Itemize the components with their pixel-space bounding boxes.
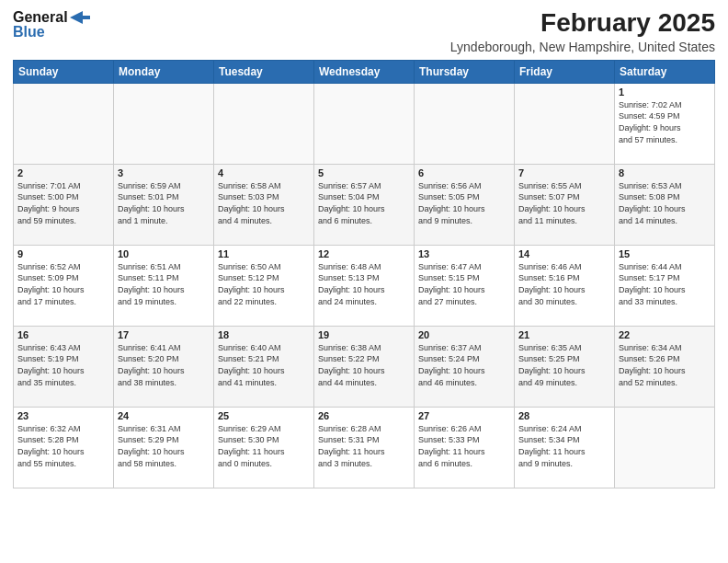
day-number: 9 <box>17 248 109 259</box>
calendar-cell-w0-d0 <box>14 83 114 164</box>
page: General Blue February 2025 Lyndeborough,… <box>0 0 728 563</box>
day-number: 6 <box>418 167 510 178</box>
day-info: Sunrise: 7:01 AM Sunset: 5:00 PM Dayligh… <box>17 180 109 226</box>
calendar-cell-w3-d3: 19Sunrise: 6:38 AM Sunset: 5:22 PM Dayli… <box>314 326 415 407</box>
col-sunday: Sunday <box>14 60 114 83</box>
day-info: Sunrise: 6:43 AM Sunset: 5:19 PM Dayligh… <box>17 342 109 388</box>
col-monday: Monday <box>114 60 214 83</box>
month-title: February 2025 <box>450 9 715 38</box>
day-info: Sunrise: 6:29 AM Sunset: 5:30 PM Dayligh… <box>218 423 310 469</box>
day-number: 15 <box>619 248 711 259</box>
calendar-cell-w4-d4: 27Sunrise: 6:26 AM Sunset: 5:33 PM Dayli… <box>415 407 515 488</box>
calendar-cell-w1-d6: 8Sunrise: 6:53 AM Sunset: 5:08 PM Daylig… <box>615 164 715 245</box>
day-number: 10 <box>118 248 210 259</box>
calendar-cell-w3-d1: 17Sunrise: 6:41 AM Sunset: 5:20 PM Dayli… <box>114 326 214 407</box>
calendar-cell-w3-d5: 21Sunrise: 6:35 AM Sunset: 5:25 PM Dayli… <box>515 326 615 407</box>
title-block: February 2025 Lyndeborough, New Hampshir… <box>450 9 715 54</box>
day-info: Sunrise: 6:48 AM Sunset: 5:13 PM Dayligh… <box>318 261 410 307</box>
calendar-cell-w2-d5: 14Sunrise: 6:46 AM Sunset: 5:16 PM Dayli… <box>515 245 615 326</box>
day-info: Sunrise: 6:46 AM Sunset: 5:16 PM Dayligh… <box>518 261 610 307</box>
calendar-cell-w3-d6: 22Sunrise: 6:34 AM Sunset: 5:26 PM Dayli… <box>615 326 715 407</box>
week-row-3: 16Sunrise: 6:43 AM Sunset: 5:19 PM Dayli… <box>14 326 715 407</box>
day-info: Sunrise: 6:55 AM Sunset: 5:07 PM Dayligh… <box>518 180 610 226</box>
day-info: Sunrise: 6:51 AM Sunset: 5:11 PM Dayligh… <box>118 261 210 307</box>
day-info: Sunrise: 6:37 AM Sunset: 5:24 PM Dayligh… <box>418 342 510 388</box>
day-number: 4 <box>218 167 310 178</box>
calendar-cell-w1-d3: 5Sunrise: 6:57 AM Sunset: 5:04 PM Daylig… <box>314 164 415 245</box>
day-info: Sunrise: 6:47 AM Sunset: 5:15 PM Dayligh… <box>418 261 510 307</box>
day-number: 11 <box>218 248 310 259</box>
day-number: 27 <box>418 410 510 421</box>
day-info: Sunrise: 6:24 AM Sunset: 5:34 PM Dayligh… <box>518 423 610 469</box>
calendar-cell-w2-d2: 11Sunrise: 6:50 AM Sunset: 5:12 PM Dayli… <box>214 245 314 326</box>
day-number: 3 <box>118 167 210 178</box>
day-info: Sunrise: 6:41 AM Sunset: 5:20 PM Dayligh… <box>118 342 210 388</box>
day-number: 1 <box>619 86 711 98</box>
calendar-cell-w4-d1: 24Sunrise: 6:31 AM Sunset: 5:29 PM Dayli… <box>114 407 214 488</box>
day-info: Sunrise: 6:50 AM Sunset: 5:12 PM Dayligh… <box>218 261 310 307</box>
calendar-cell-w1-d5: 7Sunrise: 6:55 AM Sunset: 5:07 PM Daylig… <box>515 164 615 245</box>
day-number: 17 <box>118 329 210 340</box>
day-info: Sunrise: 6:35 AM Sunset: 5:25 PM Dayligh… <box>518 342 610 388</box>
day-number: 21 <box>518 329 610 340</box>
day-info: Sunrise: 6:34 AM Sunset: 5:26 PM Dayligh… <box>619 342 711 388</box>
calendar-cell-w4-d5: 28Sunrise: 6:24 AM Sunset: 5:34 PM Dayli… <box>515 407 615 488</box>
week-row-4: 23Sunrise: 6:32 AM Sunset: 5:28 PM Dayli… <box>14 407 715 488</box>
logo-arrow-icon <box>70 11 90 24</box>
day-number: 2 <box>17 167 109 178</box>
day-info: Sunrise: 6:31 AM Sunset: 5:29 PM Dayligh… <box>118 423 210 469</box>
day-number: 16 <box>17 329 109 340</box>
calendar-cell-w4-d3: 26Sunrise: 6:28 AM Sunset: 5:31 PM Dayli… <box>314 407 415 488</box>
day-info: Sunrise: 6:59 AM Sunset: 5:01 PM Dayligh… <box>118 180 210 226</box>
calendar-cell-w0-d4 <box>415 83 515 164</box>
day-number: 13 <box>418 248 510 259</box>
col-thursday: Thursday <box>415 60 515 83</box>
day-info: Sunrise: 6:53 AM Sunset: 5:08 PM Dayligh… <box>619 180 711 226</box>
calendar-cell-w4-d6 <box>615 407 715 488</box>
week-row-2: 9Sunrise: 6:52 AM Sunset: 5:09 PM Daylig… <box>14 245 715 326</box>
calendar-cell-w0-d5 <box>515 83 615 164</box>
calendar-cell-w2-d3: 12Sunrise: 6:48 AM Sunset: 5:13 PM Dayli… <box>314 245 415 326</box>
logo-blue: Blue <box>13 24 45 40</box>
calendar-cell-w1-d4: 6Sunrise: 6:56 AM Sunset: 5:05 PM Daylig… <box>415 164 515 245</box>
day-info: Sunrise: 6:32 AM Sunset: 5:28 PM Dayligh… <box>17 423 109 469</box>
day-info: Sunrise: 6:44 AM Sunset: 5:17 PM Dayligh… <box>619 261 711 307</box>
col-saturday: Saturday <box>615 60 715 83</box>
week-row-1: 2Sunrise: 7:01 AM Sunset: 5:00 PM Daylig… <box>14 164 715 245</box>
calendar-cell-w0-d3 <box>314 83 415 164</box>
day-number: 25 <box>218 410 310 421</box>
calendar: Sunday Monday Tuesday Wednesday Thursday… <box>13 60 715 488</box>
calendar-cell-w2-d4: 13Sunrise: 6:47 AM Sunset: 5:15 PM Dayli… <box>415 245 515 326</box>
svg-marker-0 <box>70 11 90 24</box>
day-info: Sunrise: 6:56 AM Sunset: 5:05 PM Dayligh… <box>418 180 510 226</box>
calendar-header-row: Sunday Monday Tuesday Wednesday Thursday… <box>14 60 715 83</box>
calendar-cell-w1-d1: 3Sunrise: 6:59 AM Sunset: 5:01 PM Daylig… <box>114 164 214 245</box>
col-tuesday: Tuesday <box>214 60 314 83</box>
day-info: Sunrise: 6:52 AM Sunset: 5:09 PM Dayligh… <box>17 261 109 307</box>
week-row-0: 1Sunrise: 7:02 AM Sunset: 4:59 PM Daylig… <box>14 83 715 164</box>
header: General Blue February 2025 Lyndeborough,… <box>13 9 715 54</box>
day-number: 22 <box>619 329 711 340</box>
location: Lyndeborough, New Hampshire, United Stat… <box>450 40 715 54</box>
day-number: 7 <box>518 167 610 178</box>
calendar-cell-w2-d0: 9Sunrise: 6:52 AM Sunset: 5:09 PM Daylig… <box>14 245 114 326</box>
col-wednesday: Wednesday <box>314 60 415 83</box>
day-number: 5 <box>318 167 410 178</box>
calendar-cell-w1-d2: 4Sunrise: 6:58 AM Sunset: 5:03 PM Daylig… <box>214 164 314 245</box>
calendar-cell-w1-d0: 2Sunrise: 7:01 AM Sunset: 5:00 PM Daylig… <box>14 164 114 245</box>
day-info: Sunrise: 6:26 AM Sunset: 5:33 PM Dayligh… <box>418 423 510 469</box>
calendar-cell-w0-d2 <box>214 83 314 164</box>
day-info: Sunrise: 6:28 AM Sunset: 5:31 PM Dayligh… <box>318 423 410 469</box>
day-number: 26 <box>318 410 410 421</box>
col-friday: Friday <box>515 60 615 83</box>
calendar-cell-w0-d6: 1Sunrise: 7:02 AM Sunset: 4:59 PM Daylig… <box>615 83 715 164</box>
day-number: 23 <box>17 410 109 421</box>
day-info: Sunrise: 6:57 AM Sunset: 5:04 PM Dayligh… <box>318 180 410 226</box>
calendar-cell-w2-d1: 10Sunrise: 6:51 AM Sunset: 5:11 PM Dayli… <box>114 245 214 326</box>
day-number: 20 <box>418 329 510 340</box>
day-info: Sunrise: 6:40 AM Sunset: 5:21 PM Dayligh… <box>218 342 310 388</box>
day-number: 18 <box>218 329 310 340</box>
calendar-cell-w3-d2: 18Sunrise: 6:40 AM Sunset: 5:21 PM Dayli… <box>214 326 314 407</box>
calendar-cell-w4-d0: 23Sunrise: 6:32 AM Sunset: 5:28 PM Dayli… <box>14 407 114 488</box>
calendar-cell-w3-d4: 20Sunrise: 6:37 AM Sunset: 5:24 PM Dayli… <box>415 326 515 407</box>
